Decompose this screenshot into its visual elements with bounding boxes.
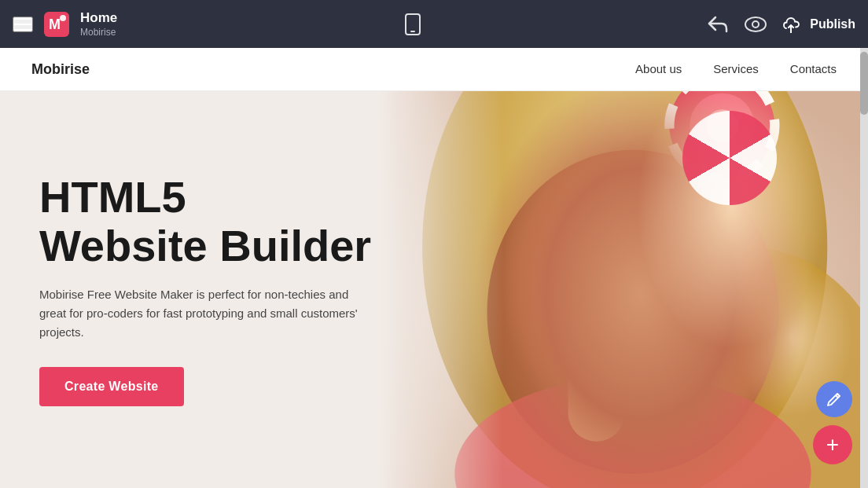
svg-point-17 [690,94,754,158]
svg-point-5 [745,17,766,31]
app-title-group: Home Mobirise [80,10,117,38]
svg-text:M: M [49,17,61,32]
svg-point-22 [620,299,627,307]
hero-title: HTML5 Website Builder [39,173,464,270]
nav-item-contacts[interactable]: Contacts [790,62,837,76]
mobile-preview-button[interactable] [404,13,421,35]
publish-label: Publish [810,17,855,31]
float-add-button[interactable]: + [813,425,852,464]
navbar-brand: Mobirise [31,61,635,78]
back-button[interactable] [708,16,728,33]
app-title: Home [80,10,117,26]
svg-point-15 [670,91,775,178]
navbar-links: About us Services Contacts [635,62,837,76]
topbar-right: Publish [708,16,855,33]
svg-point-21 [611,295,631,315]
nav-link-services[interactable]: Services [713,62,759,75]
svg-point-11 [454,376,811,488]
svg-point-18 [706,109,738,141]
svg-line-13 [665,134,714,295]
hero-title-line2: Website Builder [39,221,371,270]
nav-link-contacts[interactable]: Contacts [790,62,837,75]
scrollbar-track[interactable] [860,48,868,488]
hero-content: HTML5 Website Builder Mobirise Free Webs… [0,91,503,488]
topbar-center [117,13,708,35]
app-subtitle: Mobirise [80,27,117,38]
float-edit-button[interactable] [816,381,852,417]
topbar: M Home Mobirise [0,0,868,48]
nav-item-services[interactable]: Services [713,62,759,76]
svg-point-20 [597,288,638,320]
nav-link-aboutus[interactable]: About us [635,62,682,75]
hero-section: HTML5 Website Builder Mobirise Free Webs… [0,91,868,488]
create-website-button[interactable]: Create Website [39,367,184,406]
svg-point-2 [60,15,66,21]
svg-rect-12 [568,344,625,442]
publish-button[interactable]: Publish [783,16,855,33]
hero-subtitle: Mobirise Free Website Maker is perfect f… [39,285,370,342]
nav-item-aboutus[interactable]: About us [635,62,682,76]
hamburger-button[interactable] [13,17,33,32]
app-logo: M [44,12,69,37]
preview-button[interactable] [744,16,767,33]
svg-point-6 [752,21,759,28]
topbar-left: M Home Mobirise [13,10,117,38]
scrollbar-thumb[interactable] [860,52,868,115]
navbar: Mobirise About us Services Contacts [0,48,868,91]
hero-title-line1: HTML5 [39,172,186,222]
add-icon: + [826,434,839,456]
svg-point-10 [487,150,779,474]
svg-point-19 [617,365,682,389]
svg-point-16 [670,91,775,178]
svg-rect-4 [410,31,415,32]
